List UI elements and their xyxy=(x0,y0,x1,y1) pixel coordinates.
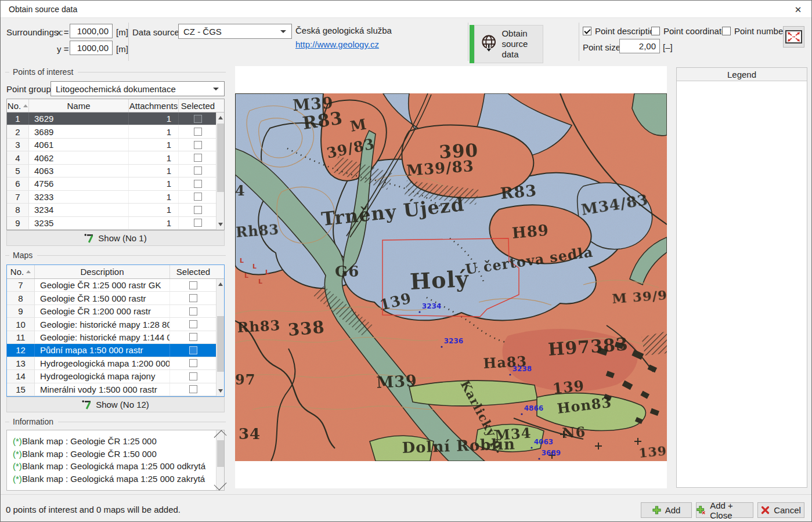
maps-table-scrollbar[interactable] xyxy=(216,279,224,396)
table-row[interactable]: 340611 xyxy=(7,139,224,151)
points-column-selected[interactable]: Selected xyxy=(179,99,217,112)
points-column-name[interactable]: Name xyxy=(29,99,129,112)
scroll-up-icon[interactable] xyxy=(216,430,224,441)
agency-link[interactable]: http://www.geology.cz xyxy=(295,39,379,49)
scrollbar-thumb[interactable] xyxy=(217,440,224,467)
x-unit: [m] xyxy=(116,27,128,37)
row-checkbox[interactable] xyxy=(194,193,202,201)
surroundings-x-input[interactable]: 1000,00 xyxy=(70,24,113,38)
row-checkbox[interactable] xyxy=(194,128,202,136)
scroll-down-icon[interactable] xyxy=(216,480,224,490)
show-pointer-icon xyxy=(84,233,93,243)
list-item: (*)Blank map : Geologická mapa 1:25 000 … xyxy=(7,473,224,485)
row-checkbox[interactable] xyxy=(189,307,197,316)
table-row[interactable]: 136291 xyxy=(7,113,224,125)
add-close-button[interactable]: Add + Close xyxy=(696,502,753,518)
maps-table-header: No.DescriptionSelected xyxy=(7,265,224,279)
x-label: x = xyxy=(57,27,68,37)
table-row[interactable]: 236891 xyxy=(7,125,224,138)
table-row[interactable]: 440621 xyxy=(7,151,224,164)
table-row[interactable]: 11Geologie: historické mapy 1:144 000 (t… xyxy=(7,331,224,344)
agency-name: Česká geologická služba xyxy=(295,26,392,35)
row-checkbox[interactable] xyxy=(189,346,197,354)
row-checkbox[interactable] xyxy=(194,115,202,123)
row-checkbox[interactable] xyxy=(194,141,202,149)
information-group-title: Information xyxy=(5,417,226,426)
add-button[interactable]: Add xyxy=(641,502,692,518)
point-group-combo[interactable]: Litogeochemická dokumentace xyxy=(50,81,225,96)
surroundings-label: Surroundings : xyxy=(6,27,63,37)
information-scrollbar[interactable] xyxy=(216,430,224,490)
points-table-scrollbar[interactable] xyxy=(216,113,224,230)
show-point-button-label: Show (No 1) xyxy=(98,233,146,243)
scroll-down-icon[interactable] xyxy=(216,386,224,396)
table-row[interactable]: 8Geologie ČR 1:50 000 rastr xyxy=(7,292,224,304)
maps-column-no.[interactable]: No. xyxy=(7,265,35,278)
table-row[interactable]: 9Geologie ČR 1:200 000 rastr xyxy=(7,305,224,318)
sort-asc-icon xyxy=(23,104,28,107)
points-column-no[interactable]: No. xyxy=(7,99,29,112)
row-checkbox[interactable] xyxy=(189,294,197,302)
zoom-extents-button[interactable] xyxy=(783,26,804,48)
cancel-button[interactable]: Cancel xyxy=(757,502,804,518)
maps-column-description[interactable]: Description xyxy=(35,265,170,278)
maps-table: No.DescriptionSelected 7Geologie ČR 1:25… xyxy=(6,264,225,397)
scroll-down-icon[interactable] xyxy=(216,219,224,230)
add-close-button-label: Add + Close xyxy=(710,501,753,520)
point-number-checkbox[interactable] xyxy=(722,27,731,35)
scrollbar-thumb[interactable] xyxy=(217,124,224,192)
scrollbar-thumb[interactable] xyxy=(217,316,224,372)
row-checkbox[interactable] xyxy=(194,154,202,162)
data-source-combo[interactable]: CZ - ČGS xyxy=(178,24,292,39)
points-table: No.NameAttachmentsSelected 1362912368913… xyxy=(6,99,225,230)
maps-column-selected[interactable]: Selected xyxy=(170,265,216,278)
point-number-option[interactable]: Point number xyxy=(722,26,786,36)
close-icon[interactable]: ✕ xyxy=(792,3,804,16)
table-row[interactable]: 15Minerálni vody 1:500 000 rastr xyxy=(7,383,224,396)
point-description-label: Point description xyxy=(595,26,659,36)
obtain-source-data-button[interactable]: Obtainsource data xyxy=(474,25,543,63)
scroll-up-icon[interactable] xyxy=(216,279,224,289)
point-size-input[interactable]: 2,00 xyxy=(619,39,660,53)
row-checkbox[interactable] xyxy=(189,385,197,393)
point-description-checkbox[interactable] xyxy=(583,27,591,35)
data-source-label: Data source : xyxy=(132,27,184,37)
table-row[interactable]: 12Půdní mapa 1:50 000 rastr xyxy=(7,344,224,357)
obtain-source-data-dialog: { "dialog": { "title": "Obtain source da… xyxy=(0,0,812,522)
row-checkbox[interactable] xyxy=(194,180,202,188)
row-checkbox[interactable] xyxy=(189,281,197,289)
information-box: (*)Blank map : Geologie ČR 1:25 000(*)Bl… xyxy=(6,430,225,491)
points-column-attachments[interactable]: Attachments xyxy=(129,99,179,112)
point-coordinates-option[interactable]: Point coordinates xyxy=(651,26,731,36)
status-bar: 0 points of interest and 0 maps will be … xyxy=(1,494,811,522)
table-row[interactable]: 832341 xyxy=(7,204,224,216)
obtain-button-label: Obtainsource data xyxy=(501,28,543,60)
row-checkbox[interactable] xyxy=(189,320,197,328)
row-checkbox[interactable] xyxy=(189,359,197,367)
surroundings-y-input[interactable]: 1000,00 xyxy=(70,41,113,55)
table-row[interactable]: 13Hydrogeologická mapa 1:200 000 rastr xyxy=(7,357,224,370)
show-point-button[interactable]: Show (No 1) xyxy=(6,230,225,246)
table-row[interactable]: 932351 xyxy=(7,217,224,230)
table-row[interactable]: 14Hydrogeologická mapa rajony xyxy=(7,370,224,383)
row-checkbox[interactable] xyxy=(189,372,197,380)
table-row[interactable]: 10Geologie: historické mapy 1:28 800 ras… xyxy=(7,318,224,331)
table-row[interactable]: 540631 xyxy=(7,165,224,177)
row-checkbox[interactable] xyxy=(194,206,202,214)
row-checkbox[interactable] xyxy=(189,333,197,341)
point-coordinates-checkbox[interactable] xyxy=(651,27,660,35)
table-row[interactable]: 732331 xyxy=(7,191,224,204)
legend-title: Legend xyxy=(677,68,807,81)
row-checkbox[interactable] xyxy=(194,219,202,227)
table-row[interactable]: 7Geologie ČR 1:25 000 rastr GK xyxy=(7,279,224,292)
zoom-extents-icon xyxy=(785,30,802,44)
row-checkbox[interactable] xyxy=(194,166,202,175)
status-message: 0 points of interest and 0 maps will be … xyxy=(6,505,181,514)
sort-asc-icon xyxy=(26,270,31,273)
show-map-button[interactable]: Show (No 12) xyxy=(6,397,225,412)
table-row[interactable]: 647561 xyxy=(7,177,224,190)
map-view[interactable]: LLL LL M39R83390M39/83R83M39/83Trněny Új… xyxy=(235,66,667,488)
scroll-up-icon[interactable] xyxy=(216,113,224,123)
information-items: (*)Blank map : Geologie ČR 1:25 000(*)Bl… xyxy=(7,430,224,485)
point-description-option[interactable]: Point description xyxy=(583,26,659,36)
